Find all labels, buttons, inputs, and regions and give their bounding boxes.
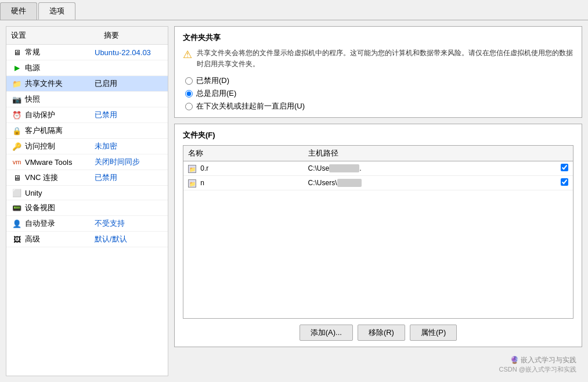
- unity-icon: ⬜: [11, 188, 23, 197]
- sidebar-item-vmware-tools[interactable]: vm VMware Tools 关闭时间同步: [6, 154, 168, 170]
- radio-disabled[interactable]: 已禁用(D): [185, 75, 573, 86]
- folder-path-cell: C:\Usersxxxxxxx.: [304, 161, 555, 176]
- tab-hardware[interactable]: 硬件: [0, 2, 37, 20]
- sidebar-item-shared-folders-label: 共享文件夹: [25, 78, 95, 89]
- device-icon: 📟: [11, 203, 23, 212]
- watermark-title: 嵌入式学习与实践: [521, 356, 576, 364]
- tab-options[interactable]: 选项: [38, 2, 75, 20]
- radio-disabled-label: 已禁用(D): [196, 75, 229, 86]
- sidebar-item-auto-protect-label: 自动保护: [25, 110, 95, 120]
- access-icon: 🔑: [11, 142, 23, 151]
- sidebar-item-general-label: 常规: [25, 47, 95, 57]
- folder-enabled-checkbox[interactable]: [561, 164, 568, 171]
- radio-until-poweroff[interactable]: 在下次关机或挂起前一直启用(U): [185, 101, 573, 111]
- col-name: 名称: [183, 146, 304, 161]
- monitor-icon: 🖥: [11, 48, 23, 57]
- watermark: 🔮 嵌入式学习与实践 CSDN @嵌入式学习和实践: [174, 353, 582, 376]
- watermark-logo: 🔮 嵌入式学习与实践: [180, 355, 576, 365]
- radio-until-poweroff-label: 在下次关机或挂起前一直启用(U): [196, 101, 305, 111]
- table-row[interactable]: 📁 n C:\Users\xxxxxxx: [183, 176, 573, 190]
- sidebar-item-unity[interactable]: ⬜ Unity: [6, 186, 168, 200]
- advanced-icon: 🖼: [11, 235, 23, 244]
- sidebar-item-auto-login[interactable]: 👤 自动登录 不受支持: [6, 216, 168, 232]
- sidebar-item-advanced-label: 高级: [25, 234, 95, 244]
- folder-path-visible: C:\Use: [308, 164, 330, 172]
- folder-path-cell-2: C:\Users\xxxxxxx: [304, 176, 555, 190]
- sidebar-item-auto-protect-summary: 已禁用: [95, 110, 163, 120]
- header-col-settings: 设置: [11, 30, 104, 41]
- sidebar-item-general[interactable]: 🖥 常规 Ubuntu-22.04.03: [6, 45, 168, 60]
- sidebar-item-vnc-label: VNC 连接: [25, 172, 95, 183]
- table-row[interactable]: 📁 0.r C:\Usersxxxxxxx.: [183, 161, 573, 176]
- folder-actions: 添加(A)... 移除(R) 属性(P): [183, 325, 573, 341]
- radio-until-poweroff-input[interactable]: [185, 103, 193, 110]
- sidebar-item-vmware-tools-label: VMware Tools: [25, 158, 95, 167]
- sidebar-item-access-control[interactable]: 🔑 访问控制 未加密: [6, 139, 168, 154]
- watermark-csdn: CSDN @嵌入式学习和实践: [180, 365, 576, 374]
- folder-name-cell: 📁 n: [183, 176, 304, 190]
- sidebar-item-general-summary: Ubuntu-22.04.03: [95, 48, 163, 57]
- right-panel: 文件夹共享 ⚠ 共享文件夹会将您的文件显示给虚拟机中的程序。这可能为您的计算机和…: [174, 26, 582, 376]
- left-panel-header: 设置 摘要: [6, 27, 168, 45]
- sidebar-item-vnc[interactable]: 🖥 VNC 连接 已禁用: [6, 170, 168, 186]
- folder-path-blurred-2: xxxxxxx: [337, 179, 362, 187]
- tab-bar: 硬件 选项: [0, 0, 588, 20]
- header-col-summary: 摘要: [104, 30, 163, 41]
- radio-group: 已禁用(D) 总是启用(E) 在下次关机或挂起前一直启用(U): [185, 75, 573, 111]
- share-icon: 📁: [11, 79, 23, 88]
- folder-table: 名称 主机路径 📁 0.r: [183, 146, 573, 190]
- folder-row-icon: 📁: [188, 165, 196, 173]
- isolation-icon: 🔒: [11, 126, 23, 135]
- snap-icon: 📷: [11, 95, 23, 104]
- sidebar-item-shared-folders[interactable]: 📁 共享文件夹 已启用: [6, 76, 168, 92]
- left-items-list: 🖥 常规 Ubuntu-22.04.03 ▶ 电源 📁 共享文件夹 已启用: [6, 45, 168, 247]
- folder-section: 文件夹(F) 名称 主机路径: [174, 124, 582, 347]
- power-icon: ▶: [11, 63, 23, 73]
- folder-section-title: 文件夹(F): [183, 130, 573, 140]
- folder-enabled-cell-2[interactable]: [555, 176, 573, 190]
- add-button[interactable]: 添加(A)...: [300, 325, 353, 341]
- sidebar-item-power[interactable]: ▶ 电源: [6, 60, 168, 76]
- auto-protect-icon: ⏰: [11, 110, 23, 120]
- sidebar-item-device-view[interactable]: 📟 设备视图: [6, 200, 168, 216]
- folder-name-cell: 📁 0.r: [183, 161, 304, 176]
- radio-always-enabled-label: 总是启用(E): [196, 88, 236, 99]
- sidebar-item-vmware-tools-summary: 关闭时间同步: [95, 157, 163, 167]
- vmware-icon: vm: [11, 157, 23, 167]
- folder-path-visible-2: C:\Users\: [308, 179, 337, 187]
- sidebar-item-device-view-label: 设备视图: [25, 203, 95, 213]
- folder-enabled-cell[interactable]: [555, 161, 573, 176]
- folder-enabled-checkbox-2[interactable]: [561, 178, 568, 186]
- file-sharing-section: 文件夹共享 ⚠ 共享文件夹会将您的文件显示给虚拟机中的程序。这可能为您的计算机和…: [174, 26, 582, 118]
- folder-name-2: n: [200, 179, 204, 187]
- watermark-icon: 🔮: [510, 356, 519, 364]
- warning-icon: ⚠: [183, 48, 192, 61]
- col-enabled: [555, 146, 573, 161]
- radio-always-enabled[interactable]: 总是启用(E): [185, 88, 573, 99]
- sidebar-item-isolation[interactable]: 🔒 客户机隔离: [6, 123, 168, 139]
- col-path: 主机路径: [304, 146, 555, 161]
- folder-path-suffix: .: [359, 164, 361, 172]
- radio-disabled-input[interactable]: [185, 77, 193, 85]
- file-sharing-title: 文件夹共享: [183, 33, 573, 43]
- vnc-icon: 🖥: [11, 173, 23, 182]
- remove-button[interactable]: 移除(R): [358, 325, 405, 341]
- properties-button[interactable]: 属性(P): [410, 325, 457, 341]
- sidebar-item-access-control-label: 访问控制: [25, 141, 95, 152]
- folder-row-icon-2: 📁: [188, 179, 196, 188]
- sidebar-item-vnc-summary: 已禁用: [95, 172, 163, 183]
- main-window: 硬件 选项 设置 摘要 🖥 常规 Ubuntu-22.04.03 ▶ 电源: [0, 0, 588, 382]
- folder-path-blurred: rsxxxxxxx: [329, 164, 359, 172]
- sidebar-item-auto-protect[interactable]: ⏰ 自动保护 已禁用: [6, 107, 168, 123]
- sidebar-item-advanced[interactable]: 🖼 高级 默认/默认: [6, 232, 168, 247]
- radio-always-enabled-input[interactable]: [185, 90, 193, 98]
- left-panel: 设置 摘要 🖥 常规 Ubuntu-22.04.03 ▶ 电源 📁: [6, 26, 168, 376]
- warning-text: 共享文件夹会将您的文件显示给虚拟机中的程序。这可能为您的计算机和数据带来风险。请…: [197, 48, 573, 70]
- sidebar-item-unity-label: Unity: [25, 189, 95, 197]
- sidebar-item-advanced-summary: 默认/默认: [95, 234, 163, 244]
- folder-name: 0.r: [200, 164, 208, 172]
- sidebar-item-snapshots[interactable]: 📷 快照: [6, 92, 168, 107]
- folder-table-wrapper: 名称 主机路径 📁 0.r: [183, 145, 573, 319]
- sidebar-item-power-label: 电源: [25, 63, 95, 73]
- sidebar-item-isolation-label: 客户机隔离: [25, 125, 95, 136]
